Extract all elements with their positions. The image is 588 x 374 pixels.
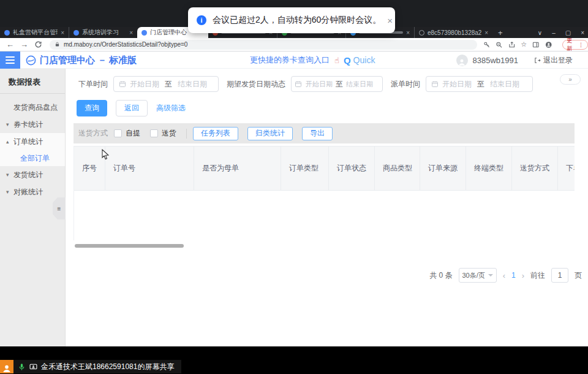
- share-text: 金禾通技术王斌18662591081的屏幕共享: [41, 362, 174, 372]
- screen-share-icon: [29, 363, 37, 371]
- coupon-query-link[interactable]: 更快捷的券卡查询入口: [250, 55, 330, 66]
- column-header-order-no[interactable]: 订单号: [105, 147, 194, 190]
- minimize-icon[interactable]: –: [552, 29, 556, 36]
- column-header-delivery-method[interactable]: 送货方式: [512, 147, 558, 190]
- delivery-method-label: 送货方式: [78, 128, 108, 139]
- browser-toolbar: ← → md.maboy.cn/OrderStatisticsDetail?ob…: [0, 38, 588, 52]
- back-icon[interactable]: ←: [6, 40, 14, 48]
- tab-menu-icon[interactable]: ∨: [538, 29, 542, 36]
- sidebar-item-label: 全部订单: [20, 153, 50, 164]
- category-stats-button[interactable]: 归类统计: [247, 127, 293, 140]
- sidebar-item-all-orders[interactable]: 全部订单: [0, 150, 65, 166]
- dispatch-time-range-input[interactable]: 开始日期 至 结束日期: [426, 76, 533, 92]
- sidebar-collapse-handle[interactable]: ≡: [53, 197, 66, 219]
- browser-tab-7[interactable]: e8c573980b1328a258fd2e6 ×: [414, 27, 492, 38]
- tab-close-icon[interactable]: ×: [61, 29, 64, 36]
- next-page-button[interactable]: ›: [522, 271, 524, 280]
- delivery-checkbox[interactable]: [150, 129, 158, 137]
- tab-close-icon[interactable]: ×: [406, 29, 410, 36]
- expected-ship-date-range-input[interactable]: 开始日期 至 结束日期: [291, 76, 383, 92]
- tab-close-icon[interactable]: ×: [484, 29, 488, 36]
- calendar-icon: [119, 80, 126, 88]
- bookmark-star-icon[interactable]: ☆: [521, 41, 527, 48]
- forward-icon[interactable]: →: [20, 40, 28, 48]
- new-tab-button[interactable]: +: [492, 27, 508, 38]
- screen: 礼盒营销平台管理中心 × 系统培训学习 × 门店管理中心 × × ×: [0, 0, 588, 374]
- logout-button[interactable]: 退出登录: [534, 55, 573, 66]
- goto-label: 前往: [530, 270, 545, 281]
- column-header-order-type[interactable]: 订单类型: [281, 147, 329, 190]
- app-header: 门店管理中心 － 标准版 更快捷的券卡查询入口 ☝ Q Quick 8385wb…: [0, 52, 588, 69]
- browser-tab-1[interactable]: 礼盒营销平台管理中心 ×: [0, 27, 69, 38]
- tab-label: 系统培训学习: [82, 28, 126, 37]
- kebab-menu-icon[interactable]: ⋮: [578, 42, 584, 48]
- username: 8385wb1991: [473, 56, 518, 65]
- column-header-order-source[interactable]: 订单来源: [420, 147, 466, 190]
- delivery-label: 送货: [162, 128, 176, 139]
- profile-avatar-icon[interactable]: [545, 41, 552, 48]
- chrome-update-button[interactable]: 更新 ⋮: [562, 40, 588, 50]
- sidebar-item-order-stats[interactable]: ▴ 订单统计: [0, 133, 65, 150]
- key-icon[interactable]: [483, 41, 491, 48]
- share-pill: 金禾通技术王斌18662591081的屏幕共享: [13, 360, 181, 373]
- sidebar-item-label: 发货商品盘点: [13, 102, 58, 113]
- microphone-icon: [18, 363, 26, 371]
- refresh-icon[interactable]: [34, 40, 42, 48]
- prev-page-button[interactable]: ‹: [503, 271, 505, 280]
- goto-page-input[interactable]: [551, 268, 568, 283]
- range-separator: 至: [336, 79, 343, 90]
- page-size-select[interactable]: 30条/页: [459, 268, 497, 283]
- filter-row: 下单时间 开始日期 至 结束日期 期望发货日期动态 开始日期 至 结束日期 派单…: [78, 76, 541, 92]
- end-date-placeholder: 结束日期: [490, 79, 519, 90]
- column-header-terminal-type[interactable]: 终端类型: [466, 147, 512, 190]
- sidebar-item-label: 对账统计: [13, 187, 43, 197]
- toolbar-icons: ☆ 更新 ⋮: [483, 40, 588, 50]
- search-button[interactable]: 查询: [77, 100, 107, 116]
- hamburger-menu-button[interactable]: [0, 52, 20, 69]
- advanced-filter-link[interactable]: 高级筛选: [156, 103, 186, 113]
- meeting-toast: i 会议已超过2人，自动转为60分钟限时会议。 ×: [188, 7, 395, 33]
- sidebar-item-delivery-stats[interactable]: ▾ 发货统计: [0, 166, 65, 183]
- orders-table: 序号 订单号 是否为母单 订单类型 订单状态 商品类型 订单来源 终端类型 送货…: [74, 146, 575, 240]
- zoom-icon[interactable]: [496, 41, 503, 48]
- calendar-icon: [431, 80, 439, 88]
- column-header-order-status[interactable]: 订单状态: [329, 147, 375, 190]
- chevron-up-icon: ▴: [6, 139, 13, 145]
- double-chevron-right-icon: »: [568, 76, 572, 83]
- order-time-range-input[interactable]: 开始日期 至 结束日期: [113, 76, 219, 92]
- browser-tab-2[interactable]: 系统培训学习 ×: [69, 27, 137, 38]
- current-page[interactable]: 1: [511, 271, 516, 280]
- window-close-icon[interactable]: ×: [581, 29, 584, 36]
- toast-close-icon[interactable]: ×: [387, 15, 393, 26]
- share-icon[interactable]: [508, 41, 516, 48]
- tab-close-icon[interactable]: ×: [129, 29, 133, 36]
- side-panel-icon[interactable]: [532, 41, 540, 48]
- sidebar-item-coupon-stats[interactable]: ▾ 券卡统计: [0, 116, 65, 133]
- column-header-product-type[interactable]: 商品类型: [375, 147, 420, 190]
- expand-filters-button[interactable]: »: [560, 74, 581, 85]
- export-button[interactable]: 导出: [302, 127, 333, 140]
- page-size-value: 30条/页: [462, 271, 484, 280]
- address-bar[interactable]: md.maboy.cn/OrderStatisticsDetail?objtyp…: [50, 40, 477, 50]
- start-date-placeholder: 开始日期: [442, 79, 472, 90]
- filter-label: 下单时间: [78, 79, 108, 90]
- url-text: md.maboy.cn/OrderStatisticsDetail?objtyp…: [64, 41, 187, 48]
- column-header-order-time[interactable]: 下单时间: [558, 147, 575, 190]
- column-header-seq[interactable]: 序号: [74, 147, 105, 190]
- lock-icon: [55, 42, 60, 47]
- sidebar-item-label: 券卡统计: [13, 120, 43, 130]
- quick-search-icon[interactable]: Q: [344, 55, 351, 66]
- scrollbar-thumb[interactable]: [75, 244, 184, 248]
- maximize-icon[interactable]: ▢: [565, 29, 571, 36]
- sidebar-title: 数据报表: [0, 69, 65, 94]
- back-button[interactable]: 返回: [116, 100, 148, 116]
- task-list-button[interactable]: 任务列表: [193, 127, 238, 140]
- bottom-strip: 金禾通技术王斌18662591081的屏幕共享: [0, 346, 588, 374]
- quick-link[interactable]: Quick: [353, 55, 375, 65]
- action-row: 查询 返回 高级筛选: [77, 100, 186, 116]
- horizontal-scrollbar[interactable]: [74, 244, 575, 248]
- column-header-is-parent[interactable]: 是否为母单: [194, 147, 281, 190]
- self-pickup-checkbox[interactable]: [114, 129, 122, 137]
- sidebar-item-reconciliation-stats[interactable]: ▾ 对账统计: [0, 183, 65, 200]
- sidebar-item-shipment-inventory[interactable]: 发货商品盘点: [0, 99, 65, 116]
